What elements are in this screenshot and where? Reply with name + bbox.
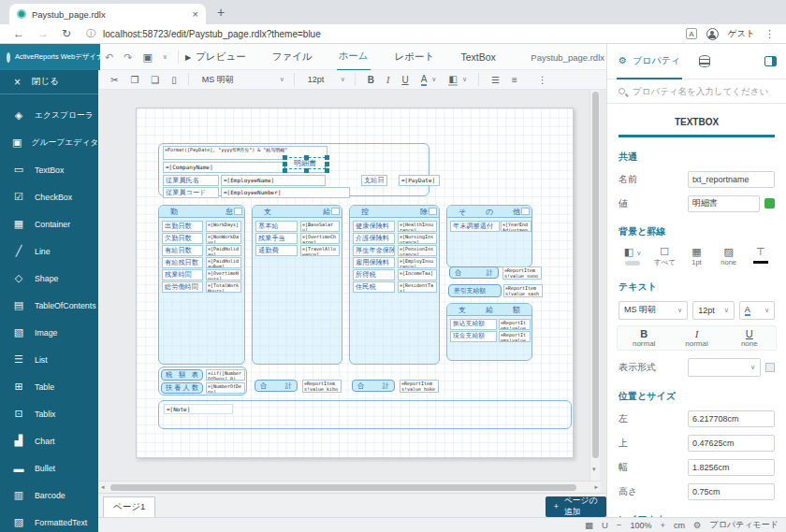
format-more-button[interactable] xyxy=(765,363,775,372)
grid-toggle-icon[interactable]: ▦ xyxy=(585,520,593,530)
column-box-2[interactable]: 支給基本給=[BaseSalary]残業手当=[OvertimeCharge]通… xyxy=(252,205,342,365)
sidebar-item-barcode[interactable]: ▥Barcode xyxy=(0,482,98,509)
paydate-textbox[interactable]: =[PayDate] xyxy=(399,175,440,186)
total-value-textbox[interactable]: =ReportItems!value_sonota.Value xyxy=(502,266,542,280)
net-pay-value-textbox[interactable]: =ReportItems!value_sashihiki.Value xyxy=(503,284,543,297)
total-value-textbox[interactable]: =ReportItems!value_hoken.Value xyxy=(400,380,439,393)
tax-value-textbox[interactable]: =iif([NumberOfDeps],0) xyxy=(206,369,245,381)
field-value-textbox[interactable]: =[ResidentTax] xyxy=(398,281,437,293)
fill-color-dropdown-icon[interactable]: ∨ xyxy=(462,76,467,83)
fill-color-icon[interactable]: ◧ xyxy=(448,74,457,86)
tab-close-icon[interactable]: × xyxy=(193,8,198,20)
height-input[interactable] xyxy=(688,483,775,500)
settings-gear-icon[interactable]: ⚙ xyxy=(693,520,702,530)
value-input[interactable] xyxy=(688,195,760,212)
forward-icon[interactable]: → xyxy=(37,27,49,40)
field-value-textbox[interactable]: =[BaseSalary] xyxy=(300,221,340,232)
property-mode-button[interactable]: プロパティモード xyxy=(710,519,779,531)
field-value-textbox[interactable]: =[PaidHoliday] xyxy=(206,245,241,256)
employee-value-textbox[interactable]: =[EmployeeName] xyxy=(221,175,326,186)
column-box-3[interactable]: 控除健康保険料=[HealthInsurance]介護保険料=[NursingI… xyxy=(349,205,440,365)
border-width-button[interactable]: ▦1pt xyxy=(680,246,712,267)
menu-home[interactable]: ホーム xyxy=(337,43,371,71)
sidebar-item-table[interactable]: ⊞Table xyxy=(0,373,98,400)
property-search-input[interactable] xyxy=(633,86,773,96)
menu-textbox[interactable]: TextBox xyxy=(458,45,497,69)
horizontal-scrollbar[interactable]: ◂ ▸ xyxy=(98,481,601,493)
browser-menu-icon[interactable]: ⋮ xyxy=(764,28,775,40)
panel-font-size-select[interactable]: 12pt∨ xyxy=(692,301,735,320)
note-textbox[interactable]: =[Note] xyxy=(164,404,233,414)
field-value-textbox[interactable]: =[TravelAllowance] xyxy=(300,245,340,256)
font-size-select[interactable]: 12pt∨ xyxy=(308,75,345,84)
report-page[interactable]: =Format([PayDate], "yyyy年M月分") & "給与明細"=… xyxy=(136,108,574,458)
align-left-icon[interactable]: ☰ xyxy=(491,75,500,85)
back-fill-button[interactable]: ◧ ∨ xyxy=(617,246,648,267)
translate-icon[interactable]: A xyxy=(686,28,697,39)
design-canvas[interactable]: =Format([PayDate], "yyyy年M月分") & "給与明細"=… xyxy=(98,90,606,493)
scroll-down-icon[interactable]: ▾ xyxy=(592,466,596,473)
name-input[interactable] xyxy=(688,171,775,188)
selection-handle[interactable] xyxy=(304,155,309,160)
field-value-textbox[interactable]: =[EmployInsurance] xyxy=(398,257,437,268)
field-value-textbox[interactable]: =[TotalWorkHours] xyxy=(206,281,241,293)
border-style-button[interactable]: ▨none xyxy=(713,246,745,267)
column-box-4[interactable]: その他年末調整還付=[YearEndAdjustment] xyxy=(446,205,532,267)
back-icon[interactable]: ← xyxy=(13,27,24,40)
tax-box[interactable]: 税額表=iif([NumberOfDeps],0)扶養人数=[NumberOfD… xyxy=(158,367,247,395)
toolbar-more-icon[interactable]: ⋮ xyxy=(538,75,547,85)
sidebar-item-list[interactable]: ☰List xyxy=(0,346,98,373)
preview-button[interactable]: ▶ プレビュー xyxy=(183,44,248,70)
border-color-button[interactable]: ⊤ xyxy=(745,246,777,267)
sidebar-item-bullet[interactable]: ▬Bullet xyxy=(0,454,98,482)
profile-avatar[interactable] xyxy=(706,28,719,40)
top-input[interactable] xyxy=(688,435,775,452)
note-box[interactable]: =[Note] xyxy=(158,400,572,429)
field-value-textbox[interactable]: =[OvertimeCharge] xyxy=(300,233,340,244)
panel-italic-button[interactable]: Inormal xyxy=(670,326,722,350)
width-input[interactable] xyxy=(688,459,775,476)
tab-properties[interactable]: ⚙ プロパティ xyxy=(617,44,682,79)
url-text[interactable]: localhost:58723/edit/Paystub_page.rdlx?t… xyxy=(103,29,321,39)
field-value-textbox[interactable]: =[WorkDays] xyxy=(206,221,241,232)
sidebar-item-shape[interactable]: ◇Shape xyxy=(0,265,98,292)
column-box-1[interactable]: 勤怠出勤日数=[WorkDays]欠勤日数=[NonWorkDays]有給日数=… xyxy=(158,205,245,365)
add-page-button[interactable]: ＋ ページの追加 xyxy=(546,496,606,517)
sidebar-item-container[interactable]: ▦Container xyxy=(0,210,98,237)
border-all-button[interactable]: ☐すべて xyxy=(648,246,680,267)
field-value-textbox[interactable]: =[HealthInsurance] xyxy=(398,221,437,232)
reload-icon[interactable]: ↻ xyxy=(62,27,71,40)
zoom-level[interactable]: 100% xyxy=(630,521,651,530)
field-value-textbox[interactable]: =[IncomeTax] xyxy=(398,269,437,280)
sidebar-item-tableofcontents[interactable]: ▤TableOfContents xyxy=(0,292,98,319)
sidebar-item-chart[interactable]: ▟Chart xyxy=(0,427,98,454)
field-value-textbox[interactable]: =[NursingInsurance] xyxy=(398,233,437,244)
copy-icon[interactable]: ❐ xyxy=(130,75,138,85)
left-input[interactable] xyxy=(688,410,775,427)
font-color-icon[interactable]: A xyxy=(421,74,428,86)
browser-tab[interactable]: Paystub_page.rdlx × xyxy=(9,4,206,24)
scroll-right-icon[interactable]: ▸ xyxy=(594,483,598,491)
font-color-dropdown-icon[interactable]: ∨ xyxy=(431,76,436,83)
zoom-in-button[interactable]: + xyxy=(660,520,665,530)
field-value-textbox[interactable]: =[PaidHolidayRem] xyxy=(206,257,241,268)
sidebar-item-tablix[interactable]: ⊡Tablix xyxy=(0,400,98,427)
payment-value-textbox[interactable]: =ReportItems!value_furikomi.Value xyxy=(499,319,531,330)
panel-font-color-select[interactable]: A∨ xyxy=(739,301,775,320)
cut-icon[interactable]: ✂ xyxy=(110,75,118,85)
property-search[interactable] xyxy=(607,79,786,104)
report-header-box[interactable]: =Format([PayDate], "yyyy年M月分") & "給与明細"=… xyxy=(158,143,429,196)
bold-icon[interactable]: B xyxy=(368,75,374,85)
field-value-textbox[interactable]: =[OvertimeHours] xyxy=(206,269,241,280)
paste-icon[interactable]: ❏ xyxy=(151,75,159,85)
format-select[interactable]: ∨ xyxy=(688,358,761,377)
data-tab-icon[interactable] xyxy=(699,55,710,67)
sidebar-item-グループエディタ[interactable]: ▣グループエディタ xyxy=(0,129,98,156)
selected-textbox[interactable]: 明細書 xyxy=(284,157,326,169)
font-select[interactable]: MS 明朝∨ xyxy=(202,74,284,86)
panel-font-select[interactable]: MS 明朝∨ xyxy=(619,301,688,320)
panel-underline-button[interactable]: Unone xyxy=(723,326,776,350)
selection-handle[interactable] xyxy=(325,168,329,173)
sidebar-item-エクスプローラ[interactable]: ◈エクスプローラ xyxy=(0,102,98,129)
scroll-left-icon[interactable]: ◂ xyxy=(101,483,105,491)
